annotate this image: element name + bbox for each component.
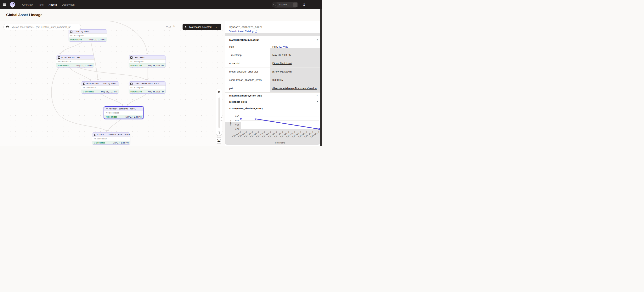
metadata-key: Timestamp	[225, 51, 270, 59]
asset-name: transformed_test_data	[134, 82, 159, 85]
view-in-asset-catalog-link[interactable]: View in Asset Catalog ↗	[229, 30, 257, 33]
x-axis-title: Timestamp	[275, 142, 285, 144]
materialize-selected-button[interactable]: Materialize selected ▾	[182, 24, 221, 30]
asset-description: No description	[81, 86, 119, 90]
asset-node-footer: MaterializedMay 23, 1:23 PM	[129, 63, 166, 67]
zoom-in-button[interactable]: +	[216, 89, 222, 95]
chevron-down-icon[interactable]: ▾	[214, 26, 219, 28]
asset-node-footer: MaterializedMay 23, 1:23 PM	[104, 115, 143, 119]
value-text: ]	[292, 70, 292, 73]
asset-node-test_data[interactable]: test_dataNo descriptionMaterializedMay 2…	[129, 55, 166, 68]
asset-node-header: latest_…_comment_predictions	[92, 133, 130, 137]
nav-link-deployment[interactable]: Deployment	[62, 3, 75, 6]
run-link[interactable]: 242374ad	[277, 45, 288, 48]
nav-link-overview[interactable]: Overview	[22, 3, 33, 6]
value-text: 0.300855	[272, 79, 283, 81]
table-icon	[106, 108, 108, 110]
metadata-plot-title: score (mean_absolute_error)	[229, 107, 262, 110]
y-tick-label: 0.45	[236, 115, 240, 117]
asset-node-footer: MaterializedMay 23, 1:23 PM	[92, 141, 130, 144]
materialized-timestamp: May 23, 1:23 PM	[90, 39, 106, 41]
asset-node-header: transformed_test_data	[129, 82, 166, 86]
external-link-icon: ↗	[255, 30, 257, 33]
dagster-logo-icon[interactable]	[9, 1, 16, 8]
materialized-timestamp: May 23, 1:23 PM	[148, 91, 164, 93]
asset-node-xgboost_comments_model[interactable]: xgboost_comments_modelNo descriptionMate…	[104, 106, 144, 119]
asset-node-tfidf_vectorizer[interactable]: tfidf_vectorizerNo descriptionMaterializ…	[56, 55, 94, 68]
data-point[interactable]	[240, 118, 242, 119]
asset-description: No description	[129, 86, 166, 90]
y-axis-title: Value	[230, 120, 232, 126]
search-placeholder: Search...	[279, 3, 289, 6]
global-search[interactable]: Search... /	[272, 2, 298, 8]
metadata-value: /Users/odetteharary/Documents/version	[270, 84, 320, 92]
y-tick-label: 0.35	[236, 124, 240, 126]
data-point[interactable]	[318, 129, 320, 130]
zoom-slider-handle[interactable]	[220, 117, 223, 121]
materialized-timestamp: May 23, 1:23 PM	[148, 64, 164, 67]
auto-refresh-timer: 0:18	[164, 25, 171, 28]
data-point[interactable]	[255, 118, 256, 119]
asset-name: tfidf_vectorizer	[61, 56, 80, 59]
zoom-slider-track[interactable]	[218, 98, 220, 128]
metadata-key: Run	[225, 43, 270, 51]
materialized-status: Materialized	[83, 91, 94, 93]
asset-subset-input[interactable]	[10, 26, 78, 29]
y-tick-label: 0.40	[236, 119, 240, 122]
menu-hamburger-icon[interactable]	[3, 4, 6, 6]
asset-name: training_data	[74, 30, 89, 33]
page-header: Global Asset Lineage	[0, 9, 322, 21]
metadata-key: score (mean_absolute_error)	[225, 76, 270, 84]
nav-link-assets[interactable]: Assets	[49, 3, 57, 6]
section-materialization-system-tags[interactable]: Materialization system tags ▸	[225, 92, 320, 99]
asset-node-latest_comment_predictions[interactable]: latest_…_comment_predictionsNo descripti…	[92, 132, 130, 145]
nav-links: OverviewRunsAssetsDeployment	[22, 3, 75, 6]
asset-lineage-canvas[interactable]: training_dataNo descriptionMaterializedM…	[0, 21, 225, 146]
download-icon: ↓	[217, 139, 221, 142]
asset-description: No description	[56, 59, 94, 63]
value-link[interactable]: Show Markdown	[273, 70, 292, 73]
metadata-value: May 23, 1:23 PM	[270, 51, 320, 59]
asset-node-footer: MaterializedMay 23, 1:23 PM	[81, 90, 119, 93]
asset-node-header: transformed_training_data	[81, 82, 119, 86]
value-link[interactable]: /Users/odetteharary/Documents/version	[272, 87, 316, 90]
section-materialization-in-last-run[interactable]: Materialization in last run ▾	[225, 37, 320, 43]
asset-node-header: tfidf_vectorizer	[56, 56, 94, 59]
metadata-row-run: RunRun 242374ad	[225, 43, 320, 51]
graph-refresh-icon[interactable]: ↻	[173, 25, 176, 28]
chevron-down-icon: ▾	[316, 101, 318, 103]
asset-node-training_data[interactable]: training_dataNo descriptionMaterializedM…	[68, 29, 107, 42]
asset-subset-filter[interactable]	[4, 24, 81, 30]
asset-name: test_data	[134, 56, 144, 59]
table-icon	[83, 83, 85, 85]
value-text: May 23, 1:23 PM	[272, 54, 291, 57]
asset-description: No description	[69, 34, 107, 38]
value-link[interactable]: Show Markdown	[273, 62, 292, 65]
asset-node-footer: MaterializedMay 23, 1:23 PM	[56, 63, 94, 67]
asset-description: No description	[129, 59, 166, 63]
metadata-value: [Show Markdown]	[270, 68, 320, 76]
asset-node-transformed_training_data[interactable]: transformed_training_dataNo descriptionM…	[81, 81, 119, 94]
asset-description: No description	[92, 137, 130, 141]
search-icon	[272, 2, 278, 8]
materialized-timestamp: May 23, 1:23 PM	[76, 64, 92, 67]
table-icon	[94, 134, 96, 136]
metadata-value: 0.300855	[270, 76, 320, 84]
table-icon	[130, 83, 132, 85]
gear-icon[interactable]: ⚙	[302, 3, 306, 7]
zoom-out-button[interactable]: −	[216, 129, 222, 136]
asset-node-footer: MaterializedMay 23, 1:23 PM	[69, 38, 107, 41]
metadata-value: Run 242374ad	[270, 43, 320, 51]
vertical-scrollbar[interactable]	[320, 9, 322, 146]
materialize-selected-label: Materialize selected	[189, 26, 212, 29]
nav-link-runs[interactable]: Runs	[38, 3, 44, 6]
asset-node-header: xgboost_comments_model	[104, 107, 143, 111]
download-image-button[interactable]: ↓	[216, 137, 222, 144]
section-metadata-plots[interactable]: Metadata plots ▾	[225, 99, 320, 105]
metadata-row-timestamp: TimestampMay 23, 1:23 PM	[225, 51, 320, 59]
metadata-key: path	[225, 84, 270, 92]
table-icon	[70, 31, 72, 33]
asset-node-transformed_test_data[interactable]: transformed_test_dataNo descriptionMater…	[129, 81, 166, 94]
y-tick-label: 0.30	[236, 128, 240, 130]
metadata-row-rmse-plot: rmse plot[Show Markdown]	[225, 59, 320, 68]
